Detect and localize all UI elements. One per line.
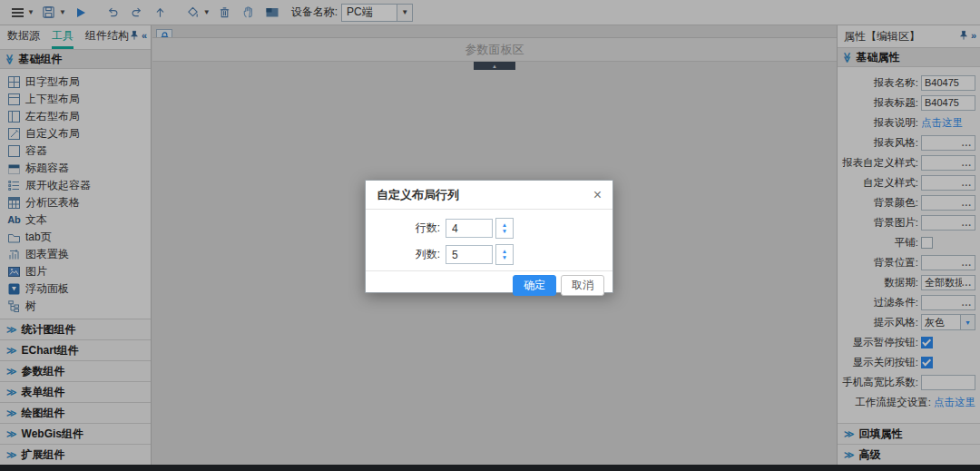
dialog-title: 自定义布局行列 — [377, 187, 459, 203]
cols-field: 列数: ▲ ▼ — [407, 244, 612, 265]
rows-input[interactable] — [446, 219, 493, 238]
spin-down-icon[interactable]: ▼ — [502, 255, 507, 261]
ok-button[interactable]: 确定 — [513, 275, 556, 296]
cancel-button[interactable]: 取消 — [561, 275, 604, 296]
report-designer-window: ▼ ▼ — [0, 0, 980, 471]
dialog-body: 行数: ▲ ▼ 列数: ▲ ▼ — [366, 210, 612, 270]
cols-label: 列数: — [407, 247, 440, 262]
rows-stepper[interactable]: ▲ ▼ — [495, 218, 514, 239]
custom-layout-dialog: 自定义布局行列 × 行数: ▲ ▼ 列数: ▲ ▼ 确定 — [365, 180, 613, 293]
cols-input[interactable] — [446, 245, 493, 264]
cols-stepper[interactable]: ▲ ▼ — [495, 244, 514, 265]
close-icon[interactable]: × — [593, 188, 602, 202]
dialog-header: 自定义布局行列 × — [366, 181, 612, 210]
rows-field: 行数: ▲ ▼ — [407, 218, 612, 239]
rows-label: 行数: — [407, 221, 440, 236]
dialog-footer: 确定 取消 — [366, 270, 612, 299]
spin-down-icon[interactable]: ▼ — [502, 229, 507, 235]
